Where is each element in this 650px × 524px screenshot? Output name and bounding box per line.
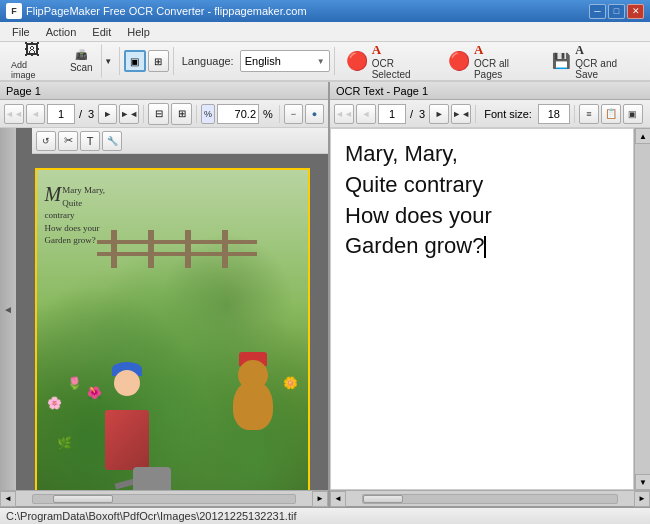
total-pages: 3 bbox=[88, 108, 94, 120]
font-size-input[interactable] bbox=[538, 104, 570, 124]
right-nav-first[interactable]: ◄◄ bbox=[334, 104, 354, 124]
ocr-selected-label: OCR Selected bbox=[372, 58, 432, 80]
vscroll-track[interactable] bbox=[635, 144, 650, 474]
nav-last-button[interactable]: ►◄ bbox=[119, 104, 139, 124]
tools-button[interactable]: 🔧 bbox=[102, 131, 122, 151]
scan-button[interactable]: 📠 Scan bbox=[61, 46, 101, 76]
ocr-all-a-icon: A bbox=[474, 42, 483, 58]
zoom-in-button[interactable]: ● bbox=[305, 104, 324, 124]
view-single-icon: ▣ bbox=[130, 56, 139, 67]
toolbar-separator-3 bbox=[334, 47, 335, 75]
vscroll-down-arrow[interactable]: ▼ bbox=[635, 474, 650, 490]
qcr-save-button[interactable]: 💾 A QCR and Save bbox=[545, 44, 646, 78]
menu-help[interactable]: Help bbox=[119, 24, 158, 40]
fence-post-2 bbox=[148, 230, 154, 268]
garden-image: M Mary Mary, Quite contrary How does you… bbox=[37, 170, 308, 490]
right-scroll-thumb[interactable] bbox=[363, 495, 403, 503]
image-extra-toolbar: ↺ ✂ T 🔧 bbox=[32, 128, 328, 154]
add-image-label: Add image bbox=[11, 60, 52, 80]
right-nav-last[interactable]: ►◄ bbox=[451, 104, 471, 124]
add-image-icon: 🖼 bbox=[24, 42, 40, 58]
status-bar: C:\ProgramData\Boxoft\PdfOcr\Images\2012… bbox=[0, 506, 650, 524]
left-toolbar: ◄◄ ◄ / 3 ► ►◄ ⊟ ⊞ % % − ● bbox=[0, 100, 328, 128]
page-input[interactable] bbox=[47, 104, 75, 124]
right-nav-prev[interactable]: ◄ bbox=[356, 104, 376, 124]
zoom-out-button[interactable]: − bbox=[284, 104, 303, 124]
window-controls: ─ □ ✕ bbox=[589, 4, 644, 19]
page-frame: M Mary Mary, Quite contrary How does you… bbox=[35, 168, 310, 490]
scroll-left-arrow[interactable]: ◄ bbox=[0, 491, 16, 507]
menu-bar: File Action Edit Help bbox=[0, 22, 650, 42]
zoom-input[interactable] bbox=[217, 104, 259, 124]
toolbar: 🖼 Add image 📠 Scan ▼ ▣ ⊞ Language: Engli… bbox=[0, 42, 650, 82]
left-nav-arrow[interactable]: ◄ bbox=[0, 128, 16, 490]
left-panel-title: Page 1 bbox=[6, 85, 41, 97]
left-content: ◄ ↺ ✂ T 🔧 M Mary Mary, Quite contrar bbox=[0, 128, 328, 490]
right-total-pages: 3 bbox=[419, 108, 425, 120]
copy-button[interactable]: 📋 bbox=[601, 104, 621, 124]
right-panel-title: OCR Text - Page 1 bbox=[336, 85, 428, 97]
add-image-button[interactable]: 🖼 Add image bbox=[4, 44, 59, 78]
right-panel: OCR Text - Page 1 ◄◄ ◄ / 3 ► ►◄ Font siz… bbox=[330, 82, 650, 506]
menu-edit[interactable]: Edit bbox=[84, 24, 119, 40]
close-button[interactable]: ✕ bbox=[627, 4, 644, 19]
nav-first-button[interactable]: ◄◄ bbox=[4, 104, 24, 124]
toolbar-separator-1 bbox=[119, 47, 120, 75]
right-page-sep: / bbox=[410, 108, 413, 120]
fit-page-button[interactable]: ⊞ bbox=[171, 103, 192, 125]
fit-width-button[interactable]: ⊟ bbox=[148, 103, 169, 125]
zoom-indicator: % bbox=[201, 104, 215, 124]
ocr-all-label: OCR all Pages bbox=[474, 58, 536, 80]
left-scrollbar: ◄ ► bbox=[0, 490, 328, 506]
status-text: C:\ProgramData\Boxoft\PdfOcr\Images\2012… bbox=[6, 510, 296, 522]
align-left-button[interactable]: ≡ bbox=[579, 104, 599, 124]
right-nav-next[interactable]: ► bbox=[429, 104, 449, 124]
crop-button[interactable]: ✂ bbox=[58, 131, 78, 151]
menu-action[interactable]: Action bbox=[38, 24, 85, 40]
ocr-all-pages-button[interactable]: 🔴 A OCR all Pages bbox=[441, 44, 543, 78]
left-toolbar-sep-1 bbox=[143, 105, 144, 123]
scroll-right-arrow[interactable]: ► bbox=[312, 491, 328, 507]
fence-rail-2 bbox=[97, 252, 257, 256]
view-single-button[interactable]: ▣ bbox=[124, 50, 145, 72]
scan-dropdown-arrow[interactable]: ▼ bbox=[101, 44, 115, 78]
toolbar-separator-2 bbox=[173, 47, 174, 75]
scan-group: 📠 Scan ▼ bbox=[61, 44, 115, 78]
edit-button[interactable]: T bbox=[80, 131, 100, 151]
fence bbox=[97, 230, 257, 270]
app-icon: F bbox=[6, 3, 22, 19]
maximize-button[interactable]: □ bbox=[608, 4, 625, 19]
image-area[interactable]: ↺ ✂ T 🔧 M Mary Mary, Quite contrary How … bbox=[16, 128, 328, 490]
view-double-button[interactable]: ⊞ bbox=[148, 50, 169, 72]
right-scroll-track[interactable] bbox=[362, 494, 618, 504]
flower-5: 🌿 bbox=[57, 436, 72, 450]
nav-prev-button[interactable]: ◄ bbox=[26, 104, 45, 124]
right-page-input[interactable] bbox=[378, 104, 406, 124]
fence-post-3 bbox=[185, 230, 191, 268]
left-panel-header: Page 1 bbox=[0, 82, 328, 100]
img-line3: How does your bbox=[45, 223, 100, 233]
flower-2: 🌷 bbox=[67, 376, 82, 390]
minimize-button[interactable]: ─ bbox=[589, 4, 606, 19]
right-extra-btn[interactable]: ▣ bbox=[623, 104, 643, 124]
right-scrollbar: ◄ ► bbox=[330, 490, 650, 506]
scroll-track[interactable] bbox=[32, 494, 296, 504]
left-toolbar-sep-3 bbox=[279, 105, 280, 123]
can-body bbox=[133, 467, 171, 490]
ocr-selected-button[interactable]: 🔴 A OCR Selected bbox=[339, 44, 439, 78]
right-scroll-right[interactable]: ► bbox=[634, 491, 650, 507]
vscroll-up-arrow[interactable]: ▲ bbox=[635, 128, 650, 144]
font-size-label: Font size: bbox=[484, 108, 532, 120]
right-toolbar-sep-2 bbox=[574, 105, 575, 123]
rotate-left-button[interactable]: ↺ bbox=[36, 131, 56, 151]
menu-file[interactable]: File bbox=[4, 24, 38, 40]
right-scroll-left[interactable]: ◄ bbox=[330, 491, 346, 507]
fence-post-4 bbox=[222, 230, 228, 268]
nav-next-button[interactable]: ► bbox=[98, 104, 117, 124]
ocr-text-area[interactable]: Mary, Mary, Quite contrary How does your… bbox=[330, 128, 634, 490]
scroll-thumb[interactable] bbox=[53, 495, 113, 503]
right-toolbar-sep bbox=[475, 105, 476, 123]
language-dropdown[interactable]: English bbox=[240, 50, 330, 72]
page-separator: / bbox=[79, 108, 82, 120]
zoom-pct-icon: % bbox=[204, 109, 212, 119]
